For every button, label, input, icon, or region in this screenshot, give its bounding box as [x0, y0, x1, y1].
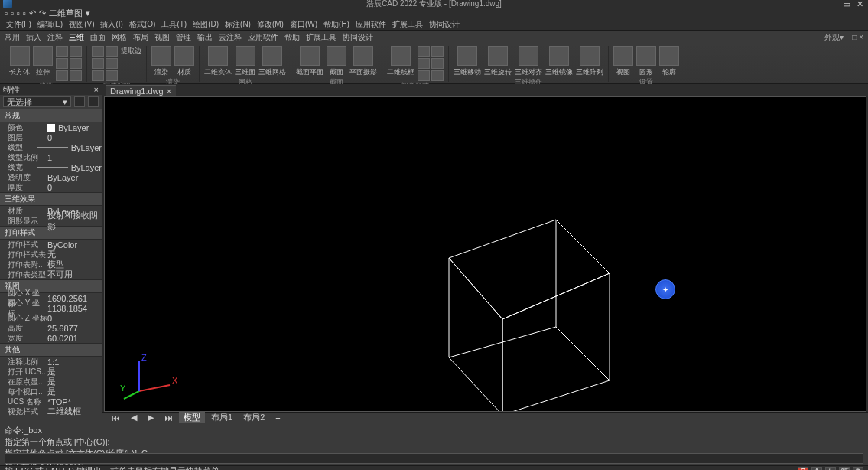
- prop-row[interactable]: 线型比例1: [0, 152, 102, 162]
- prop-value[interactable]: 0: [47, 183, 102, 192]
- prop-value[interactable]: ByLayer: [47, 123, 102, 132]
- nav-first-icon[interactable]: ⏮: [107, 413, 125, 423]
- tab-cloud[interactable]: 云注释: [219, 32, 242, 43]
- prop-row[interactable]: 圆心 Y 坐标1138.1854: [0, 303, 102, 313]
- properties-header[interactable]: 特性×: [0, 84, 102, 95]
- qat-save-icon[interactable]: ▫: [17, 8, 20, 18]
- menu-format[interactable]: 格式(O): [128, 19, 157, 30]
- tab-insert[interactable]: 插入: [26, 32, 41, 43]
- maximize-icon[interactable]: ▭: [843, 0, 850, 9]
- quick-select-icon[interactable]: [74, 96, 85, 107]
- qat-new-icon[interactable]: ▫: [5, 8, 8, 18]
- status-a-icon[interactable]: A: [811, 467, 822, 471]
- modeling-mini-buttons[interactable]: [56, 46, 82, 81]
- tab-output[interactable]: 输出: [197, 32, 213, 43]
- tab-layout1[interactable]: 布局1: [206, 412, 237, 423]
- box-button[interactable]: 长方体: [9, 46, 30, 77]
- qat-redo-icon[interactable]: ↷: [39, 8, 46, 18]
- prop-row[interactable]: 图层0: [0, 132, 102, 142]
- prop-row[interactable]: 宽度60.0201: [0, 333, 102, 343]
- menu-app[interactable]: 应用软件: [354, 19, 388, 30]
- menu-draw[interactable]: 绘图(D): [191, 19, 220, 30]
- section-plane-button[interactable]: 截面平面: [296, 46, 323, 77]
- 3dface-button[interactable]: 三维面: [235, 46, 255, 77]
- 2dsolid-button[interactable]: 二维实体: [204, 46, 232, 77]
- circle-button[interactable]: 圆形: [636, 46, 656, 77]
- qat-workspace[interactable]: 二维草图: [49, 8, 83, 19]
- prop-value[interactable]: ByLayer: [37, 143, 102, 152]
- prop-value[interactable]: 0: [47, 314, 102, 323]
- tab-app[interactable]: 应用软件: [248, 32, 278, 43]
- prop-value[interactable]: 二维线框: [47, 406, 102, 417]
- tab-home[interactable]: 常用: [5, 32, 20, 43]
- selection-combo[interactable]: 无选择▾: [3, 96, 71, 107]
- properties-body[interactable]: 常规颜色ByLayer图层0线型ByLayer线型比例1线宽ByLayer透明度…: [0, 109, 102, 423]
- prop-value[interactable]: 1:1: [47, 357, 102, 367]
- tab-ext[interactable]: 扩展工具: [306, 32, 336, 43]
- prop-value[interactable]: *TOP*: [47, 397, 102, 406]
- prop-value[interactable]: 0: [47, 133, 102, 142]
- prop-group-header[interactable]: 其他: [0, 343, 102, 357]
- extrude-button[interactable]: 拉伸: [33, 46, 53, 77]
- status-pinyin-icon[interactable]: ㄅ: [825, 467, 836, 471]
- prop-row[interactable]: 高度25.6877: [0, 323, 102, 333]
- prop-row[interactable]: 线宽ByLayer: [0, 162, 102, 172]
- 3drotate-button[interactable]: 三维旋转: [484, 46, 512, 77]
- qat-print-icon[interactable]: ▫: [23, 8, 26, 18]
- prop-row[interactable]: 阴影显示投射和接收阴影: [0, 216, 102, 226]
- prop-value[interactable]: 是: [47, 386, 102, 397]
- tab-3d[interactable]: 三维: [69, 32, 84, 43]
- prop-value[interactable]: 1690.2561: [47, 294, 102, 303]
- menu-file[interactable]: 文件(F): [5, 19, 33, 30]
- command-input[interactable]: [5, 453, 863, 464]
- nav-last-icon[interactable]: ⏭: [160, 413, 177, 423]
- prop-row[interactable]: 圆心 Z 坐标0: [0, 313, 102, 323]
- visual-mini[interactable]: [418, 46, 444, 81]
- nav-next-icon[interactable]: ▶: [143, 413, 158, 423]
- wireframe-button[interactable]: 二维线框: [387, 46, 414, 77]
- viewport[interactable]: ✦ X Y Z: [104, 96, 866, 412]
- close-icon[interactable]: ✕: [857, 0, 863, 9]
- qat-undo-icon[interactable]: ↶: [29, 8, 36, 18]
- tab-surface[interactable]: 曲面: [90, 32, 106, 43]
- nav-prev-icon[interactable]: ◀: [126, 413, 141, 423]
- menu-view[interactable]: 视图(V): [67, 19, 96, 30]
- tab-add-layout[interactable]: +: [271, 413, 284, 423]
- prop-value[interactable]: 不可用: [47, 269, 102, 280]
- menu-insert[interactable]: 插入(I): [99, 19, 124, 30]
- menu-dimension[interactable]: 标注(N): [223, 19, 252, 30]
- tab-help[interactable]: 帮助: [284, 32, 300, 43]
- ribbon-right-controls[interactable]: 外观▾ – □ ×: [824, 32, 863, 43]
- prop-row[interactable]: 透明度ByLayer: [0, 172, 102, 182]
- pick-icon[interactable]: [88, 96, 99, 107]
- prop-value[interactable]: ByLayer: [37, 163, 102, 172]
- prop-value[interactable]: 1138.1854: [47, 304, 102, 313]
- ime-indicator-icon[interactable]: S: [798, 467, 808, 471]
- tab-model[interactable]: 模型: [179, 412, 205, 423]
- status-simplified-icon[interactable]: 简: [839, 467, 850, 471]
- flat-shot-button[interactable]: 平面摄影: [349, 46, 377, 77]
- prop-value[interactable]: 25.6877: [47, 324, 102, 333]
- prop-value[interactable]: 1: [47, 153, 102, 162]
- doc-tab-drawing1[interactable]: Drawing1.dwg×: [106, 85, 176, 96]
- tab-annotate[interactable]: 注释: [47, 32, 63, 43]
- 3dmirror-button[interactable]: 三维镜像: [545, 46, 573, 77]
- render-button[interactable]: 渲染: [151, 46, 171, 77]
- prop-row[interactable]: 线型ByLayer: [0, 142, 102, 152]
- tab-collab[interactable]: 协同设计: [343, 32, 373, 43]
- menu-ext[interactable]: 扩展工具: [391, 19, 424, 30]
- view-button[interactable]: 视图: [613, 46, 633, 77]
- close-panel-icon[interactable]: ×: [94, 85, 99, 94]
- 3dmove-button[interactable]: 三维移动: [454, 46, 481, 77]
- tab-manage[interactable]: 管理: [176, 32, 191, 43]
- 3dalign-button[interactable]: 三维对齐: [515, 46, 542, 77]
- menu-tools[interactable]: 工具(T): [160, 19, 188, 30]
- prop-row[interactable]: 每个视口..是: [0, 387, 102, 397]
- 3dmesh-button[interactable]: 三维网格: [258, 46, 286, 77]
- prop-row[interactable]: 颜色ByLayer: [0, 122, 102, 132]
- menu-modify[interactable]: 修改(M): [255, 19, 285, 30]
- 3darray-button[interactable]: 三维阵列: [576, 46, 603, 77]
- prop-group-header[interactable]: 常规: [0, 109, 102, 122]
- tab-layout2[interactable]: 布局2: [239, 412, 269, 423]
- prop-row[interactable]: 打印表类型不可用: [0, 269, 102, 279]
